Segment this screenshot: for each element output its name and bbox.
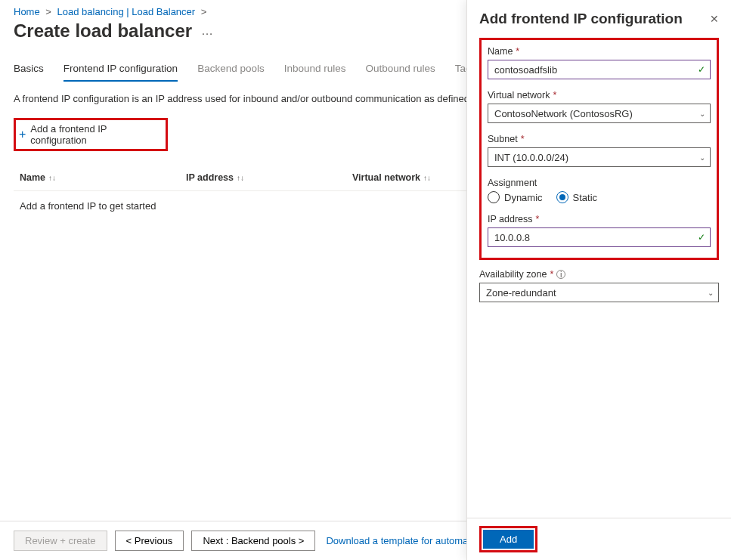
sort-icon: ↑↓ xyxy=(48,174,56,182)
breadcrumb-lb[interactable]: Load balancing | Load Balancer xyxy=(57,6,196,17)
vnet-label: Virtual network xyxy=(488,90,550,101)
name-label: Name xyxy=(488,46,513,57)
radio-dynamic[interactable]: Dynamic xyxy=(488,191,543,203)
info-icon[interactable]: i xyxy=(556,270,565,279)
chevron-down-icon: ⌄ xyxy=(699,110,705,118)
subnet-select[interactable]: INT (10.0.0.0/24) ⌄ xyxy=(488,147,711,167)
radio-static[interactable]: Static xyxy=(556,191,598,203)
ip-label: IP address xyxy=(488,214,533,224)
check-icon: ✓ xyxy=(698,232,705,243)
download-template-link[interactable]: Download a template for automati xyxy=(326,535,472,546)
review-create-button[interactable]: Review + create xyxy=(14,531,107,551)
tab-inbound-rules[interactable]: Inbound rules xyxy=(284,57,346,82)
check-icon: ✓ xyxy=(698,64,705,75)
tab-backend-pools[interactable]: Backend pools xyxy=(197,57,265,82)
name-input[interactable]: contosoadfslib ✓ xyxy=(488,60,711,79)
radio-dynamic-label: Dynamic xyxy=(504,192,543,203)
panel-title: Add frontend IP configuration xyxy=(479,11,683,27)
sort-icon: ↑↓ xyxy=(423,174,431,182)
add-frontend-ip-panel: Add frontend IP configuration ✕ Name* co… xyxy=(466,0,731,560)
assignment-label: Assignment xyxy=(488,178,537,188)
plus-icon: + xyxy=(19,128,26,141)
col-ip[interactable]: IP address↑↓ xyxy=(186,172,352,183)
radio-static-label: Static xyxy=(573,192,598,203)
subnet-label: Subnet xyxy=(488,134,518,144)
tab-frontend-ip[interactable]: Frontend IP configuration xyxy=(63,57,178,82)
more-menu-icon[interactable]: … xyxy=(201,24,214,38)
page-title: Create load balancer xyxy=(14,20,192,42)
chevron-down-icon: ⌄ xyxy=(708,289,714,297)
previous-button[interactable]: < Previous xyxy=(115,531,184,551)
add-button[interactable]: Add xyxy=(483,530,534,549)
breadcrumb-sep: > xyxy=(45,6,51,17)
add-frontend-ip-label: Add a frontend IP configuration xyxy=(30,123,163,146)
tab-basics[interactable]: Basics xyxy=(14,57,44,82)
az-label: Availability zone xyxy=(479,269,547,280)
highlight-add-config: + Add a frontend IP configuration xyxy=(14,118,168,151)
highlight-form: Name* contosoadfslib ✓ Virtual network* … xyxy=(479,38,719,260)
vnet-select[interactable]: ContosoNetwork (ContososRG) ⌄ xyxy=(488,104,711,123)
breadcrumb-home[interactable]: Home xyxy=(14,6,40,17)
ip-input[interactable]: 10.0.0.8 ✓ xyxy=(488,227,711,247)
col-name[interactable]: Name↑↓ xyxy=(20,172,186,183)
col-vnet[interactable]: Virtual network↑↓ xyxy=(352,172,466,183)
az-select[interactable]: Zone-redundant ⌄ xyxy=(479,283,719,302)
chevron-down-icon: ⌄ xyxy=(699,153,705,162)
highlight-add-button: Add xyxy=(479,526,537,552)
add-frontend-ip-button[interactable]: + Add a frontend IP configuration xyxy=(19,123,163,146)
sort-icon: ↑↓ xyxy=(237,174,244,182)
close-icon[interactable]: ✕ xyxy=(710,13,719,25)
tab-outbound-rules[interactable]: Outbound rules xyxy=(366,57,435,82)
breadcrumb-sep: > xyxy=(201,6,207,17)
next-button[interactable]: Next : Backend pools > xyxy=(191,531,315,551)
